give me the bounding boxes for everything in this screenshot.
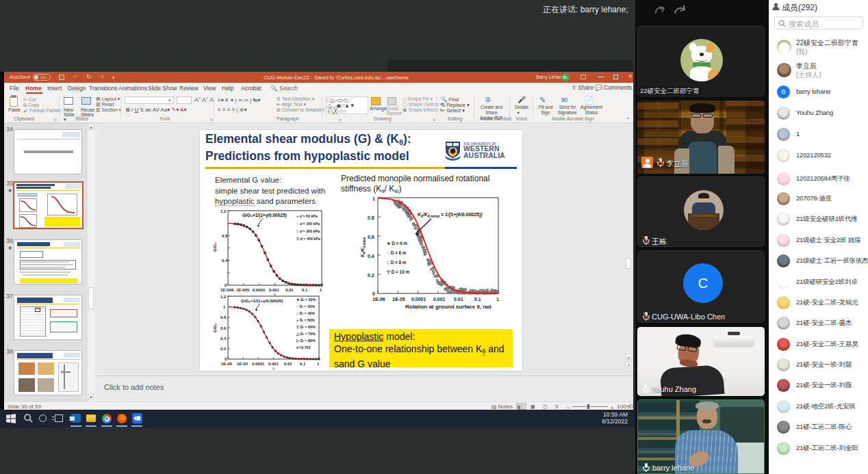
svg-text:1: 1 [372, 196, 375, 201]
svg-text:0.4: 0.4 [222, 259, 228, 263]
svg-text:▽ D = 10 m: ▽ D = 10 m [386, 269, 409, 275]
svg-text:γ: γ [274, 292, 276, 296]
svg-text:G/G₀=1/(1+γ/0.00025): G/G₀=1/(1+γ/0.00025) [242, 213, 287, 218]
svg-text:0.8: 0.8 [368, 215, 374, 220]
svg-text:□ Dᵣ = 40%: □ Dᵣ = 40% [296, 311, 315, 315]
svg-text:▽ Dᵣ = 60%: ▽ Dᵣ = 60% [296, 325, 316, 329]
svg-text:G/G₀=1/(1+γ/0.00025): G/G₀=1/(1+γ/0.00025) [241, 298, 283, 303]
svg-text:0.2: 0.2 [368, 273, 374, 278]
svg-text:○ Dᵣ = 30%: ○ Dᵣ = 30% [296, 304, 315, 308]
svg-text:0.2: 0.2 [220, 347, 227, 351]
svg-text:γ: γ [272, 366, 275, 370]
svg-text:0.0001: 0.0001 [252, 362, 265, 366]
svg-text:1E-006: 1E-006 [220, 288, 234, 292]
svg-text:1: 1 [320, 288, 322, 292]
svg-text:1E-06: 1E-06 [372, 297, 385, 302]
svg-text:0.0001: 0.0001 [411, 297, 426, 302]
svg-text:▷ Dᵣ = 80%: ▷ Dᵣ = 80% [296, 339, 316, 343]
svg-text:0.001: 0.001 [433, 297, 446, 302]
svg-text:Kθ/Kθ,initial = 1/[1+(θ/0.0002: Kθ/Kθ,initial = 1/[1+(θ/0.00025)] [418, 212, 483, 218]
svg-text:▽ σ′= 400 kPa: ▽ σ′= 400 kPa [296, 237, 320, 241]
svg-text:0.6: 0.6 [220, 326, 227, 330]
svg-text:0.4: 0.4 [220, 337, 227, 341]
svg-text:Kθ/Kθ,initial: Kθ/Kθ,initial [360, 237, 366, 257]
svg-text:+ σ′= 50 kPa: + σ′= 50 kPa [296, 214, 318, 218]
svg-text:0.01: 0.01 [454, 297, 463, 302]
svg-text:0: 0 [372, 291, 375, 296]
svg-text:0.01: 0.01 [284, 362, 292, 366]
svg-text:1: 1 [496, 297, 499, 302]
svg-text:1E-05: 1E-05 [237, 362, 248, 366]
svg-text:G/G₀: G/G₀ [213, 242, 217, 252]
svg-text:0: 0 [225, 357, 227, 361]
svg-text:□ D = 8 m: □ D = 8 m [387, 260, 407, 265]
svg-text:0.1: 0.1 [302, 288, 308, 292]
svg-text:0.1: 0.1 [474, 297, 481, 302]
svg-text:0.01: 0.01 [285, 288, 294, 292]
svg-text:0.4: 0.4 [368, 254, 374, 259]
svg-text:0.6: 0.6 [368, 235, 374, 239]
svg-text:G/G₀: G/G₀ [213, 323, 217, 332]
svg-text:∗ Dᵣ = 20%: ∗ Dᵣ = 20% [296, 298, 316, 302]
svg-text:1.2: 1.2 [220, 209, 227, 213]
svg-text:0.0001: 0.0001 [253, 288, 266, 292]
svg-text:○ D = 6 m: ○ D = 6 m [387, 250, 407, 255]
svg-text:+ Dᵣ = 50%: + Dᵣ = 50% [296, 318, 315, 322]
svg-text:1E-005: 1E-005 [236, 288, 250, 292]
svg-text:0.1: 0.1 [300, 362, 306, 366]
svg-text:∗ D = 4 m: ∗ D = 4 m [387, 241, 407, 246]
svg-text:Rotation at ground surface θ,: Rotation at ground surface θ, rad [405, 304, 492, 310]
svg-text:1: 1 [317, 362, 320, 366]
svg-text:1.2: 1.2 [220, 295, 227, 299]
svg-text:0: 0 [225, 283, 227, 287]
svg-text:1: 1 [223, 305, 226, 309]
svg-text:1E-05: 1E-05 [392, 297, 405, 302]
svg-text:△ Dᵣ = 70%: △ Dᵣ = 70% [296, 332, 316, 336]
svg-text:0.8: 0.8 [222, 234, 228, 238]
svg-text:e′≈0.762: e′≈0.762 [296, 345, 311, 350]
svg-text:0.8: 0.8 [220, 315, 227, 319]
svg-text:□ σ′= 200 kPa: □ σ′= 200 kPa [296, 229, 320, 233]
svg-text:1E-06: 1E-06 [221, 362, 233, 366]
svg-text:○ σ′= 100 kPa: ○ σ′= 100 kPa [296, 222, 320, 226]
